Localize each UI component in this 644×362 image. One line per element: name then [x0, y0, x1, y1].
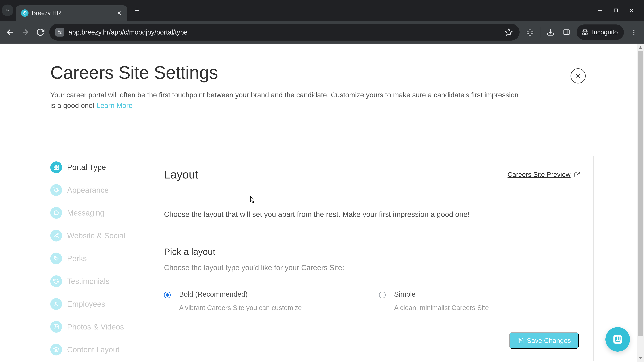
nav-reload-button[interactable]	[34, 26, 46, 38]
sidebar-item-content-layout[interactable]: Content Layout	[50, 338, 141, 361]
svg-rect-30	[57, 165, 58, 167]
option-desc: A clean, minimalist Careers Site	[394, 304, 489, 312]
puzzle-icon	[526, 28, 534, 36]
bookmark-button[interactable]	[504, 27, 514, 37]
svg-line-37	[55, 234, 57, 235]
download-icon	[546, 28, 554, 36]
radio-bold[interactable]	[164, 292, 171, 298]
tabs-search-button[interactable]	[2, 4, 14, 16]
site-info-button[interactable]	[55, 28, 64, 36]
grid-icon	[50, 161, 62, 173]
sidebar-item-employees[interactable]: Employees	[50, 293, 141, 316]
svg-point-41	[55, 326, 56, 326]
external-link-icon	[574, 171, 580, 178]
layout-panel: Layout Careers Site Preview Choose the l…	[151, 156, 594, 361]
chevron-down-icon	[5, 8, 10, 13]
save-icon	[517, 337, 524, 344]
extensions-button[interactable]	[524, 26, 536, 38]
sidebar-item-portal-type[interactable]: Portal Type	[50, 156, 141, 179]
option-desc: A vibrant Careers Site you can customize	[179, 304, 302, 312]
save-changes-button[interactable]: Save Changes	[510, 333, 578, 349]
address-bar[interactable]: app.breezy.hr/app/c/moodjoy/portal/type	[49, 24, 520, 40]
window-close-button[interactable]	[628, 7, 635, 14]
sidebar-item-website-social[interactable]: Website & Social	[50, 224, 141, 247]
svg-point-34	[54, 235, 56, 237]
svg-rect-31	[57, 168, 58, 169]
browser-tab[interactable]: Breezy HR	[16, 5, 127, 21]
intercom-chat-button[interactable]	[606, 327, 630, 352]
close-settings-button[interactable]	[570, 68, 586, 83]
star-icon	[505, 28, 513, 36]
window-maximize-button[interactable]	[612, 7, 619, 14]
layout-option-bold[interactable]: Bold (Recommended) A vibrant Careers Sit…	[164, 290, 366, 312]
option-title: Simple	[394, 290, 489, 298]
sidebar-item-label: Photos & Videos	[67, 322, 124, 331]
svg-marker-14	[506, 29, 512, 35]
layout-options: Bold (Recommended) A vibrant Careers Sit…	[164, 290, 580, 312]
layers-icon	[50, 344, 62, 356]
svg-point-24	[634, 33, 634, 35]
scroll-up-icon	[638, 45, 643, 50]
sidebar-item-label: Testimonials	[67, 277, 110, 286]
sidebar-item-label: Website & Social	[67, 231, 125, 240]
save-button-label: Save Changes	[527, 337, 571, 345]
sidebar-item-label: Employees	[67, 300, 105, 309]
tab-close-button[interactable]	[116, 10, 122, 16]
layout-option-simple[interactable]: Simple A clean, minimalist Careers Site	[379, 290, 580, 312]
sidepanel-button[interactable]	[560, 26, 572, 38]
nav-back-button[interactable]	[4, 26, 16, 38]
toolbar-right: Incognito	[522, 24, 640, 40]
maximize-icon	[613, 8, 618, 13]
scrollbar-thumb[interactable]	[638, 51, 643, 336]
svg-point-23	[634, 32, 634, 33]
svg-point-20	[585, 33, 587, 35]
sidebar-item-perks[interactable]: Perks	[50, 247, 141, 270]
favicon-icon	[21, 9, 28, 17]
radio-simple[interactable]	[379, 292, 386, 298]
sidebar-item-photos-videos[interactable]: Photos & Videos	[50, 316, 141, 338]
svg-point-39	[55, 302, 57, 304]
settings-sidebar: Portal Type Appearance Messaging Website…	[50, 156, 141, 361]
tune-icon	[57, 29, 63, 35]
new-tab-button[interactable]	[132, 5, 142, 15]
browser-menu-button[interactable]	[628, 26, 640, 38]
arrow-right-icon	[21, 28, 30, 36]
careers-site-preview-link[interactable]: Careers Site Preview	[508, 171, 580, 178]
svg-point-19	[582, 33, 585, 35]
image-icon	[50, 321, 62, 333]
incognito-label: Incognito	[592, 29, 618, 36]
pick-layout-subtext: Choose the layout type you'd like for yo…	[164, 264, 580, 272]
share-icon	[50, 230, 62, 242]
svg-marker-25	[639, 46, 642, 49]
incognito-indicator[interactable]: Incognito	[576, 24, 624, 40]
tab-title: Breezy HR	[32, 9, 112, 16]
panel-body: Choose the layout that will set you apar…	[151, 193, 593, 312]
downloads-button[interactable]	[544, 26, 556, 38]
panel-header: Layout Careers Site Preview	[151, 156, 593, 193]
browser-chrome: Breezy HR	[0, 0, 644, 43]
close-icon	[575, 73, 581, 79]
vertical-scrollbar[interactable]	[637, 43, 644, 362]
svg-line-36	[55, 236, 57, 237]
svg-marker-26	[639, 357, 642, 360]
option-title: Bold (Recommended)	[179, 290, 302, 298]
nav-forward-button[interactable]	[19, 26, 31, 38]
svg-point-22	[634, 30, 634, 31]
sidebar-item-messaging[interactable]: Messaging	[50, 201, 141, 224]
url-text: app.breezy.hr/app/c/moodjoy/portal/type	[68, 28, 500, 36]
pick-layout-header: Pick a layout	[164, 246, 580, 257]
window-minimize-button[interactable]	[597, 7, 604, 14]
close-icon	[628, 7, 635, 14]
learn-more-link[interactable]: Learn More	[96, 102, 133, 109]
svg-point-33	[57, 233, 58, 235]
sidebar-item-label: Appearance	[67, 186, 109, 195]
panel-lead-text: Choose the layout that will set you apar…	[164, 209, 580, 220]
page-title: Careers Site Settings	[50, 62, 594, 83]
svg-rect-5	[614, 9, 618, 12]
tab-strip: Breezy HR	[0, 0, 644, 21]
sidebar-item-appearance[interactable]: Appearance	[50, 179, 141, 201]
sidebar-item-label: Perks	[67, 254, 87, 263]
sidebar-item-testimonials[interactable]: Testimonials	[50, 270, 141, 293]
svg-rect-32	[54, 168, 56, 169]
svg-point-12	[58, 31, 60, 32]
